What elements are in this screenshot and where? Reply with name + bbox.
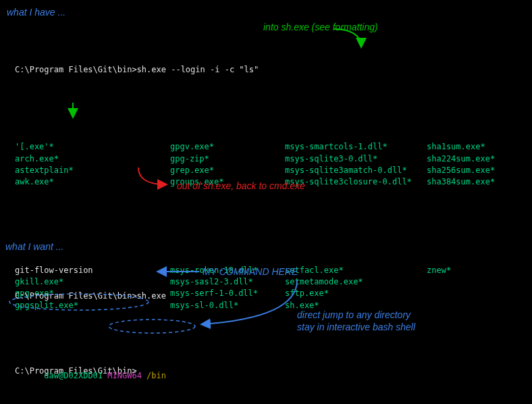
bash-prompt-1: daw@D02XDD01 MINGW64 /bin — [15, 359, 514, 394]
oval-cd-icon — [7, 292, 152, 312]
file: gpg-zip* — [170, 153, 285, 165]
oval-path-icon — [107, 318, 198, 334]
file: sha1sum.exe* — [427, 141, 495, 153]
file: msys-sqlite3amatch-0.dll* — [285, 165, 427, 176]
file: sha256sum.exe* — [427, 165, 495, 176]
file: sha224sum.exe* — [427, 153, 495, 165]
file: arch.exe* — [15, 153, 170, 165]
note-out-of-sh: out of sh.exe, back to cmd.exe — [177, 179, 305, 193]
file: sha384sum.exe* — [427, 176, 495, 188]
arrow-jump-icon — [196, 270, 311, 331]
file: gpgv.exe* — [170, 141, 285, 153]
arrow-down-icon — [68, 101, 81, 122]
file: '[.exe'* — [15, 141, 170, 153]
heading-what-i-have: what I have ... — [7, 5, 65, 19]
svg-point-0 — [9, 294, 149, 310]
cmd-prompt-1: C:\Program Files\Git\bin>sh.exe --login … — [15, 64, 514, 76]
arrow-into-icon — [331, 26, 371, 53]
heading-what-i-want: what I want ... — [5, 240, 63, 253]
arrow-outof-icon — [135, 166, 176, 189]
file: grep.exe* — [170, 165, 285, 176]
file: msys-smartcols-1.dll* — [285, 141, 427, 153]
file: msys-sqlite3closure-0.dll* — [285, 176, 427, 188]
file: msys-sqlite3-0.dll* — [285, 153, 427, 165]
note-jump-2: stay in interactive bash shell — [297, 320, 415, 334]
svg-point-1 — [109, 320, 195, 333]
